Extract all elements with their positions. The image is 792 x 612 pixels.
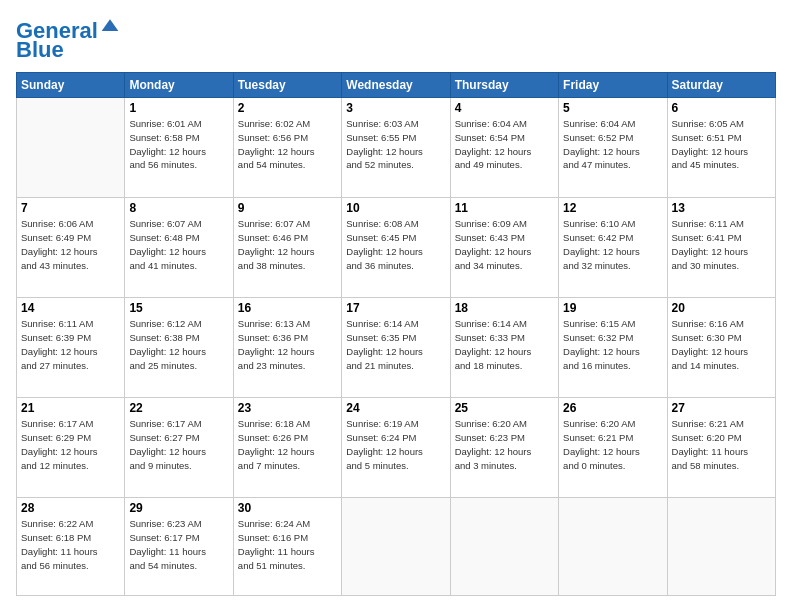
day-number: 28 xyxy=(21,501,120,515)
calendar-cell: 15Sunrise: 6:12 AM Sunset: 6:38 PM Dayli… xyxy=(125,298,233,398)
day-number: 9 xyxy=(238,201,337,215)
day-info: Sunrise: 6:04 AM Sunset: 6:52 PM Dayligh… xyxy=(563,117,662,172)
day-info: Sunrise: 6:09 AM Sunset: 6:43 PM Dayligh… xyxy=(455,217,554,272)
day-info: Sunrise: 6:07 AM Sunset: 6:48 PM Dayligh… xyxy=(129,217,228,272)
day-info: Sunrise: 6:15 AM Sunset: 6:32 PM Dayligh… xyxy=(563,317,662,372)
calendar-cell: 4Sunrise: 6:04 AM Sunset: 6:54 PM Daylig… xyxy=(450,98,558,198)
day-number: 19 xyxy=(563,301,662,315)
calendar-cell xyxy=(450,498,558,596)
calendar-cell: 24Sunrise: 6:19 AM Sunset: 6:24 PM Dayli… xyxy=(342,398,450,498)
day-number: 27 xyxy=(672,401,771,415)
day-number: 24 xyxy=(346,401,445,415)
day-number: 18 xyxy=(455,301,554,315)
day-number: 4 xyxy=(455,101,554,115)
calendar-cell xyxy=(17,98,125,198)
day-number: 11 xyxy=(455,201,554,215)
day-info: Sunrise: 6:21 AM Sunset: 6:20 PM Dayligh… xyxy=(672,417,771,472)
calendar-week-row: 21Sunrise: 6:17 AM Sunset: 6:29 PM Dayli… xyxy=(17,398,776,498)
day-info: Sunrise: 6:19 AM Sunset: 6:24 PM Dayligh… xyxy=(346,417,445,472)
calendar-cell: 30Sunrise: 6:24 AM Sunset: 6:16 PM Dayli… xyxy=(233,498,341,596)
day-number: 22 xyxy=(129,401,228,415)
column-header-sunday: Sunday xyxy=(17,73,125,98)
day-info: Sunrise: 6:11 AM Sunset: 6:41 PM Dayligh… xyxy=(672,217,771,272)
day-number: 21 xyxy=(21,401,120,415)
calendar-cell: 27Sunrise: 6:21 AM Sunset: 6:20 PM Dayli… xyxy=(667,398,775,498)
calendar-header-row: SundayMondayTuesdayWednesdayThursdayFrid… xyxy=(17,73,776,98)
calendar-cell: 13Sunrise: 6:11 AM Sunset: 6:41 PM Dayli… xyxy=(667,198,775,298)
calendar-cell: 22Sunrise: 6:17 AM Sunset: 6:27 PM Dayli… xyxy=(125,398,233,498)
calendar-cell: 16Sunrise: 6:13 AM Sunset: 6:36 PM Dayli… xyxy=(233,298,341,398)
calendar-cell: 14Sunrise: 6:11 AM Sunset: 6:39 PM Dayli… xyxy=(17,298,125,398)
day-info: Sunrise: 6:05 AM Sunset: 6:51 PM Dayligh… xyxy=(672,117,771,172)
calendar-cell: 25Sunrise: 6:20 AM Sunset: 6:23 PM Dayli… xyxy=(450,398,558,498)
calendar-cell: 26Sunrise: 6:20 AM Sunset: 6:21 PM Dayli… xyxy=(559,398,667,498)
day-number: 20 xyxy=(672,301,771,315)
day-info: Sunrise: 6:01 AM Sunset: 6:58 PM Dayligh… xyxy=(129,117,228,172)
day-number: 15 xyxy=(129,301,228,315)
day-info: Sunrise: 6:06 AM Sunset: 6:49 PM Dayligh… xyxy=(21,217,120,272)
day-info: Sunrise: 6:03 AM Sunset: 6:55 PM Dayligh… xyxy=(346,117,445,172)
day-info: Sunrise: 6:14 AM Sunset: 6:35 PM Dayligh… xyxy=(346,317,445,372)
day-number: 1 xyxy=(129,101,228,115)
day-number: 12 xyxy=(563,201,662,215)
day-number: 10 xyxy=(346,201,445,215)
calendar-cell: 10Sunrise: 6:08 AM Sunset: 6:45 PM Dayli… xyxy=(342,198,450,298)
day-info: Sunrise: 6:07 AM Sunset: 6:46 PM Dayligh… xyxy=(238,217,337,272)
day-info: Sunrise: 6:02 AM Sunset: 6:56 PM Dayligh… xyxy=(238,117,337,172)
calendar-cell: 7Sunrise: 6:06 AM Sunset: 6:49 PM Daylig… xyxy=(17,198,125,298)
day-info: Sunrise: 6:12 AM Sunset: 6:38 PM Dayligh… xyxy=(129,317,228,372)
day-number: 13 xyxy=(672,201,771,215)
calendar-cell: 9Sunrise: 6:07 AM Sunset: 6:46 PM Daylig… xyxy=(233,198,341,298)
day-number: 5 xyxy=(563,101,662,115)
day-number: 7 xyxy=(21,201,120,215)
calendar-cell: 11Sunrise: 6:09 AM Sunset: 6:43 PM Dayli… xyxy=(450,198,558,298)
day-number: 29 xyxy=(129,501,228,515)
day-info: Sunrise: 6:17 AM Sunset: 6:29 PM Dayligh… xyxy=(21,417,120,472)
day-info: Sunrise: 6:10 AM Sunset: 6:42 PM Dayligh… xyxy=(563,217,662,272)
calendar-cell: 3Sunrise: 6:03 AM Sunset: 6:55 PM Daylig… xyxy=(342,98,450,198)
calendar-cell: 20Sunrise: 6:16 AM Sunset: 6:30 PM Dayli… xyxy=(667,298,775,398)
day-info: Sunrise: 6:17 AM Sunset: 6:27 PM Dayligh… xyxy=(129,417,228,472)
logo-icon xyxy=(100,16,120,36)
day-number: 14 xyxy=(21,301,120,315)
day-info: Sunrise: 6:18 AM Sunset: 6:26 PM Dayligh… xyxy=(238,417,337,472)
calendar-week-row: 1Sunrise: 6:01 AM Sunset: 6:58 PM Daylig… xyxy=(17,98,776,198)
day-info: Sunrise: 6:04 AM Sunset: 6:54 PM Dayligh… xyxy=(455,117,554,172)
calendar-cell xyxy=(559,498,667,596)
calendar-cell: 2Sunrise: 6:02 AM Sunset: 6:56 PM Daylig… xyxy=(233,98,341,198)
column-header-friday: Friday xyxy=(559,73,667,98)
day-number: 6 xyxy=(672,101,771,115)
day-info: Sunrise: 6:13 AM Sunset: 6:36 PM Dayligh… xyxy=(238,317,337,372)
calendar-cell: 17Sunrise: 6:14 AM Sunset: 6:35 PM Dayli… xyxy=(342,298,450,398)
calendar-cell: 21Sunrise: 6:17 AM Sunset: 6:29 PM Dayli… xyxy=(17,398,125,498)
calendar-table: SundayMondayTuesdayWednesdayThursdayFrid… xyxy=(16,72,776,596)
calendar-week-row: 7Sunrise: 6:06 AM Sunset: 6:49 PM Daylig… xyxy=(17,198,776,298)
calendar-cell xyxy=(667,498,775,596)
day-number: 8 xyxy=(129,201,228,215)
calendar-cell: 8Sunrise: 6:07 AM Sunset: 6:48 PM Daylig… xyxy=(125,198,233,298)
day-number: 30 xyxy=(238,501,337,515)
calendar-cell: 5Sunrise: 6:04 AM Sunset: 6:52 PM Daylig… xyxy=(559,98,667,198)
day-info: Sunrise: 6:20 AM Sunset: 6:23 PM Dayligh… xyxy=(455,417,554,472)
column-header-tuesday: Tuesday xyxy=(233,73,341,98)
day-number: 3 xyxy=(346,101,445,115)
logo: General Blue xyxy=(16,16,120,62)
day-info: Sunrise: 6:22 AM Sunset: 6:18 PM Dayligh… xyxy=(21,517,120,572)
day-number: 16 xyxy=(238,301,337,315)
calendar-cell: 6Sunrise: 6:05 AM Sunset: 6:51 PM Daylig… xyxy=(667,98,775,198)
column-header-thursday: Thursday xyxy=(450,73,558,98)
calendar-week-row: 28Sunrise: 6:22 AM Sunset: 6:18 PM Dayli… xyxy=(17,498,776,596)
calendar-cell: 19Sunrise: 6:15 AM Sunset: 6:32 PM Dayli… xyxy=(559,298,667,398)
day-info: Sunrise: 6:14 AM Sunset: 6:33 PM Dayligh… xyxy=(455,317,554,372)
calendar-cell: 18Sunrise: 6:14 AM Sunset: 6:33 PM Dayli… xyxy=(450,298,558,398)
calendar-cell: 28Sunrise: 6:22 AM Sunset: 6:18 PM Dayli… xyxy=(17,498,125,596)
calendar-cell: 29Sunrise: 6:23 AM Sunset: 6:17 PM Dayli… xyxy=(125,498,233,596)
calendar-cell: 1Sunrise: 6:01 AM Sunset: 6:58 PM Daylig… xyxy=(125,98,233,198)
day-info: Sunrise: 6:08 AM Sunset: 6:45 PM Dayligh… xyxy=(346,217,445,272)
day-info: Sunrise: 6:16 AM Sunset: 6:30 PM Dayligh… xyxy=(672,317,771,372)
day-number: 17 xyxy=(346,301,445,315)
calendar-week-row: 14Sunrise: 6:11 AM Sunset: 6:39 PM Dayli… xyxy=(17,298,776,398)
column-header-wednesday: Wednesday xyxy=(342,73,450,98)
calendar-cell xyxy=(342,498,450,596)
svg-marker-0 xyxy=(102,19,119,31)
